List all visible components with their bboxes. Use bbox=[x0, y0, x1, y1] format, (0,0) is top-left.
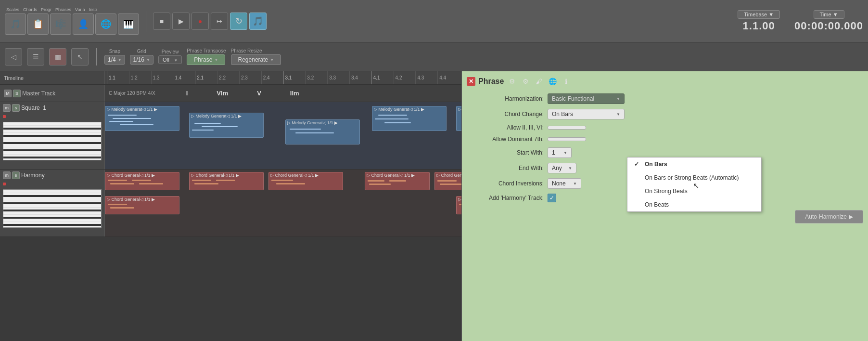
melody-block-label-4: ▷ Melody Generat◁ 1/1 ▶ bbox=[372, 106, 446, 112]
chord-change-option-strong[interactable]: On Strong Beats bbox=[627, 184, 761, 198]
phrase-info-icon[interactable]: ℹ bbox=[561, 76, 571, 87]
harmony-block-3[interactable]: ▷ Chord General◁ 1/1 ▶ bbox=[268, 172, 343, 190]
phrase-brush-icon[interactable]: 🖌 bbox=[534, 76, 544, 87]
auto-harmonize-row: Auto-Harmonize ▶ bbox=[467, 210, 863, 223]
checkmark-on-bars: ✓ bbox=[634, 161, 641, 168]
ruler-tick-1.2: 1.2 bbox=[129, 71, 151, 84]
phrases-icon[interactable]: 👤 bbox=[73, 13, 94, 35]
instruments-icon[interactable]: 🎹 bbox=[118, 13, 139, 35]
main-area: Timeline 1.11.21.31.42.12.22.32.43.13.23… bbox=[0, 71, 868, 341]
phrase-close-button[interactable]: ✕ bbox=[467, 77, 475, 86]
melody-block-1[interactable]: ▷ Melody Generat◁ 1/1 ▶ bbox=[105, 106, 179, 131]
master-mute-btn[interactable]: M bbox=[4, 90, 12, 97]
chord-change-select[interactable]: On Bars ▼ bbox=[548, 109, 625, 119]
variations-icon[interactable]: 🌐 bbox=[95, 13, 116, 35]
ruler-marks: 1.11.21.31.42.12.22.32.43.13.23.33.44.14… bbox=[105, 71, 461, 84]
harmony-block-7[interactable]: ▷ Chord General◁ 1/1 ▶ bbox=[456, 196, 461, 214]
harmony-block-label-1: ▷ Chord General◁ 1/1 ▶ bbox=[105, 172, 179, 178]
phrase-globe-icon[interactable]: 🌐 bbox=[547, 76, 558, 87]
time-dropdown[interactable]: Time ▼ bbox=[814, 10, 844, 19]
top-toolbar: Scales Chords Progr Phrases Varia Instr … bbox=[0, 0, 868, 42]
nav-varia[interactable]: Varia bbox=[74, 7, 86, 12]
nav-chords[interactable]: Chords bbox=[22, 7, 38, 12]
harmonization-row: Harmonization: Basic Functional ▼ bbox=[467, 93, 863, 104]
back-tool-icon[interactable]: ◁ bbox=[5, 48, 22, 66]
track-content-square1[interactable]: ▷ Melody Generat◁ 1/1 ▶ ▷ Melody Generat… bbox=[105, 102, 461, 169]
timeline-ruler: Timeline 1.11.21.31.42.12.22.32.43.13.23… bbox=[0, 71, 461, 85]
scales-icon[interactable]: 🎵 bbox=[5, 13, 26, 35]
harmony-block-5[interactable]: ▷ Chord General◁ 1/1 ▶ bbox=[105, 196, 179, 214]
play-button[interactable]: ▶ bbox=[172, 13, 190, 30]
harmony-block-label-3: ▷ Chord General◁ 1/1 ▶ bbox=[269, 172, 343, 178]
melody-block-4[interactable]: ▷ Melody Generat◁ 1/1 ▶ bbox=[372, 106, 447, 131]
piano-keys-square1 bbox=[3, 122, 102, 160]
phrase-panel: ✕ Phrase ⚙ ⚙ 🖌 🌐 ℹ Harmonization: Basic … bbox=[462, 71, 868, 341]
melody-block-2[interactable]: ▷ Melody Generat◁ 1/1 ▶ bbox=[189, 113, 264, 138]
metronome-button[interactable]: 🎵 bbox=[249, 13, 267, 30]
chords-icon[interactable]: 📋 bbox=[27, 13, 49, 35]
ruler-tick-3.3: 3.3 bbox=[327, 71, 349, 84]
allow-ii-iii-vi-control[interactable] bbox=[548, 126, 586, 130]
phrase-settings-icon[interactable]: ⚙ bbox=[520, 76, 531, 87]
melody-block-5[interactable]: ▷ Melody Generat◁ 1/1 ▶ bbox=[456, 106, 461, 131]
track-content-harmony[interactable]: ▷ Chord General◁ 1/1 ▶ ▷ Chord General◁ … bbox=[105, 170, 461, 236]
piano-keys-harmony bbox=[3, 189, 102, 228]
harmony-block-1[interactable]: ▷ Chord General◁ 1/1 ▶ bbox=[105, 172, 179, 190]
progression-icon[interactable]: 🎼 bbox=[50, 13, 71, 35]
timebase-dropdown[interactable]: Timebase ▼ bbox=[738, 10, 780, 19]
harmony-block-2[interactable]: ▷ Chord General◁ 1/1 ▶ bbox=[189, 172, 264, 190]
chord-change-dropdown: ✓ On Bars On Bars or Strong Beats (Autom… bbox=[627, 157, 762, 212]
allow-dominant-7th-control[interactable] bbox=[548, 137, 586, 141]
chord-VIm: VIm bbox=[217, 90, 228, 97]
harmony-mute-btn[interactable]: m bbox=[3, 171, 11, 179]
preview-select[interactable]: Off ▼ bbox=[158, 55, 182, 64]
secondary-toolbar: ◁ ☰ ▦ ↖ Snap 1/4 ▼ Grid 1/16 ▼ Preview O… bbox=[0, 42, 868, 71]
end-with-label: End With: bbox=[467, 165, 544, 171]
phrase-resize-select[interactable]: Regenerate ▼ bbox=[231, 54, 281, 65]
melody-block-3[interactable]: ▷ Melody Generat◁ 1/1 ▶ bbox=[285, 119, 360, 144]
time-value: 00:00:00.000 bbox=[794, 20, 863, 32]
harmony-block-label-2: ▷ Chord General◁ 1/1 ▶ bbox=[190, 172, 263, 178]
phrase-transpose-label: Phrase Transpose bbox=[187, 48, 226, 53]
return-to-zero-button[interactable]: ↦ bbox=[211, 13, 228, 30]
master-track-label: M S Master Track bbox=[0, 85, 105, 102]
harmonization-select[interactable]: Basic Functional ▼ bbox=[548, 93, 625, 104]
record-button[interactable]: ● bbox=[191, 13, 209, 30]
square1-solo-btn[interactable]: s bbox=[12, 104, 20, 112]
melody-block-label-1: ▷ Melody Generat◁ 1/1 ▶ bbox=[105, 106, 179, 112]
end-with-select[interactable]: Any ▼ bbox=[548, 163, 576, 173]
harmony-block-6[interactable]: ▷ Chord General◁ 1/1 ▶ bbox=[434, 172, 461, 190]
harmony-block-4[interactable]: ▷ Chord General◁ 1/1 ▶ bbox=[365, 172, 430, 190]
chord-inversions-label: Chord Inversions: bbox=[467, 180, 544, 187]
ruler-tick-2.4: 2.4 bbox=[261, 71, 283, 84]
loop-button[interactable]: ↻ bbox=[230, 13, 247, 30]
phrase-transpose-select[interactable]: Phrase ▼ bbox=[187, 54, 225, 65]
auto-harmonize-arrow: ▶ bbox=[849, 213, 853, 220]
chord-change-option-auto[interactable]: On Bars or Strong Beats (Automatic) bbox=[627, 171, 761, 184]
chord-I: I bbox=[186, 90, 188, 97]
add-harmony-track-checkbox[interactable]: ✓ bbox=[548, 194, 556, 202]
nav-icons: Scales Chords Progr Phrases Varia Instr … bbox=[5, 7, 139, 35]
auto-harmonize-button[interactable]: Auto-Harmonize ▶ bbox=[795, 210, 863, 223]
phrase-gear-icon[interactable]: ⚙ bbox=[507, 76, 517, 87]
allow-dominant-7th-row: Allow Dominant 7th: bbox=[467, 136, 863, 143]
stop-button[interactable]: ■ bbox=[153, 13, 170, 30]
nav-instr[interactable]: Instr bbox=[87, 7, 99, 12]
master-solo-btn[interactable]: S bbox=[13, 90, 21, 97]
harmony-solo-btn[interactable]: s bbox=[12, 171, 20, 179]
nav-phrases[interactable]: Phrases bbox=[54, 7, 73, 12]
chord-change-option-on-bars[interactable]: ✓ On Bars bbox=[627, 157, 761, 171]
cursor-icon[interactable]: ↖ bbox=[71, 48, 89, 66]
nav-progr[interactable]: Progr bbox=[39, 7, 53, 12]
nav-scales[interactable]: Scales bbox=[5, 7, 21, 12]
square1-mute-btn[interactable]: m bbox=[3, 104, 11, 112]
grid-select[interactable]: 1/16 ▼ bbox=[130, 55, 153, 65]
snap-select[interactable]: 1/4 ▼ bbox=[104, 55, 125, 65]
allow-ii-iii-vi-label: Allow II, III, VI: bbox=[467, 124, 544, 131]
layout-icon[interactable]: ☰ bbox=[27, 48, 44, 66]
color-icon[interactable]: ▦ bbox=[49, 48, 66, 66]
master-track-name: Master Track bbox=[22, 90, 55, 97]
chord-inversions-select[interactable]: None ▼ bbox=[548, 178, 581, 189]
chord-change-option-on-beats[interactable]: On Beats bbox=[627, 198, 761, 211]
start-with-select[interactable]: 1 ▼ bbox=[548, 147, 572, 158]
